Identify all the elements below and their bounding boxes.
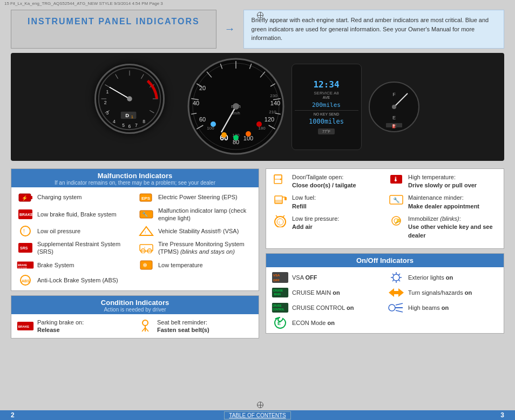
brake-sys-label: Brake System xyxy=(37,261,74,269)
svg-text:60: 60 xyxy=(199,116,205,123)
oil-icon: ! xyxy=(17,225,34,237)
arrow-icon: → xyxy=(225,10,235,49)
fuel-label: Low fuel:Refill xyxy=(292,194,316,211)
maintenance-label: Maintenance minder:Make dealer appointme… xyxy=(408,194,479,211)
service-high-temp: 🌡 High temperature:Drive slowly or pull … xyxy=(388,173,498,190)
malfunction-title: Malfunction Indicators xyxy=(16,172,254,180)
svg-text:🌡: 🌡 xyxy=(392,175,399,183)
svg-text:SYSTEM: SYSTEM xyxy=(18,266,26,269)
page-container: 15 Fit_Lx_Ka_eng_TRG_AQS52544_ATG_NEW ST… xyxy=(0,0,515,420)
high-beams-icon xyxy=(388,302,405,314)
low-temp-label: Low temperature xyxy=(158,261,203,269)
high-beams-label: High beams on xyxy=(408,304,449,311)
vsa-off-icon: VSAOFF xyxy=(272,272,289,283)
brake-fluid-icon: BRAKE xyxy=(17,208,34,220)
maintenance-icon: 🔧 xyxy=(388,194,405,206)
indicator-oil: ! Low oil pressure xyxy=(17,225,132,237)
svg-text:230: 230 xyxy=(270,93,277,98)
svg-rect-81 xyxy=(140,245,153,251)
turn-signals-label: Turn signals/hazards on xyxy=(408,289,472,296)
svg-text:210: 210 xyxy=(269,110,276,114)
onoff-title: On/Off Indicators xyxy=(270,256,499,265)
svg-text:ABS: ABS xyxy=(22,279,30,283)
high-temp-label: High temperature:Drive slowly or pull ov… xyxy=(408,173,477,190)
turn-signals-icon xyxy=(388,287,405,299)
onoff-turn-signals: Turn signals/hazards on xyxy=(388,287,498,299)
brake-sys-icon: BRAKESYSTEM xyxy=(17,259,34,271)
door-label: Door/Tailgate open:Close door(s) / tailg… xyxy=(292,173,356,190)
main-content: Malfunction Indicators If an indicator r… xyxy=(0,164,515,343)
fuel-gauge: F E ⛽ xyxy=(367,66,421,147)
indicator-brake-sys: BRAKESYSTEM Brake System xyxy=(17,259,132,271)
dashboard-area: 1 2 3 4 5 6 7 8 xyxy=(11,53,504,161)
seatbelt-icon xyxy=(137,320,154,332)
parking-brake-icon: BRAKE xyxy=(17,320,34,332)
svg-rect-104 xyxy=(284,197,287,200)
info-box: Briefly appear with each engine start. R… xyxy=(243,10,504,49)
svg-text:🔧: 🔧 xyxy=(393,197,400,204)
svg-text:CRUISE: CRUISE xyxy=(273,304,282,307)
svg-text:40: 40 xyxy=(192,100,199,106)
onoff-exterior: Exterior lights on xyxy=(388,272,498,283)
svg-line-123 xyxy=(398,274,400,275)
eps-icon: EPS xyxy=(138,192,155,204)
svg-line-136 xyxy=(396,310,403,312)
cruise-main-label: CRUISE MAIN on xyxy=(292,289,340,296)
charging-icon: ⚡ xyxy=(17,192,34,204)
svg-point-54 xyxy=(211,121,216,127)
svg-point-59 xyxy=(233,103,239,110)
onoff-content: VSAOFF VSA OFF Exterior lights on CRUISE… xyxy=(266,267,504,333)
indicator-vsa: ! Vehicle Stability Assist® (VSA) xyxy=(138,225,253,237)
header-area: INSTRUMENT PANEL INDICATORS → Briefly ap… xyxy=(0,0,515,53)
srs-label: Supplemental Restraint System (SRS) xyxy=(37,240,132,256)
svg-text:E: E xyxy=(392,115,395,120)
svg-rect-68 xyxy=(31,196,32,199)
econ-icon: E xyxy=(272,317,289,329)
condition-seatbelt: Seat belt reminder:Fasten seat belt(s) xyxy=(137,319,253,334)
exterior-lights-label: Exterior lights on xyxy=(408,274,453,281)
svg-text:⛽: ⛽ xyxy=(391,124,396,128)
condition-header: Condition Indicators Action is needed by… xyxy=(11,296,259,314)
cruise-control-label: CRUISE CONTROL on xyxy=(292,304,354,311)
condition-parking-brake: BRAKE Parking brake on:Release xyxy=(17,319,133,334)
bottom-bar: 2 TABLE OF CONTENTS 3 xyxy=(0,410,515,420)
brake-fluid-label: Low brake fluid, Brake system xyxy=(37,211,117,218)
onoff-cruise-main: CRUISEMAIN CRUISE MAIN on xyxy=(272,287,382,299)
charging-label: Charging system xyxy=(37,193,82,201)
svg-text:MAIN: MAIN xyxy=(274,294,281,296)
svg-point-133 xyxy=(389,304,395,311)
svg-text:4: 4 xyxy=(112,118,115,124)
service-row-3: ! Low tire pressure:Add air 🔑 Immob xyxy=(272,215,498,240)
svg-text:SRS: SRS xyxy=(20,246,28,250)
svg-text:VSA: VSA xyxy=(273,274,280,277)
right-panel: Door/Tailgate open:Close door(s) / tailg… xyxy=(266,168,504,339)
indicator-engine-lamp: 🔧 Malfunction indicator lamp (check engi… xyxy=(138,207,253,222)
svg-text:🔑: 🔑 xyxy=(395,218,401,225)
tire-pressure-icon: ! xyxy=(272,215,289,227)
onoff-high-beams: High beams on xyxy=(388,302,498,314)
speed-svg: 20 40 60 60 80 100 120 140 mph km/h 100 … xyxy=(186,57,286,157)
cruise-control-icon: CRUISECONTROL xyxy=(272,302,289,314)
svg-text:!: ! xyxy=(279,220,280,225)
toc-link[interactable]: TABLE OF CONTENTS xyxy=(224,411,290,419)
dashboard-inner: 1 2 3 4 5 6 7 8 xyxy=(11,53,504,161)
svg-text:EPS: EPS xyxy=(141,196,151,201)
svg-text:!: ! xyxy=(145,230,146,235)
crosshair-bottom xyxy=(257,402,263,408)
svg-text:!: ! xyxy=(144,246,145,250)
tpms-icon: ! xyxy=(138,242,155,254)
vsa-label: Vehicle Stability Assist® (VSA) xyxy=(158,227,239,235)
eps-label: Electric Power Steering (EPS) xyxy=(158,193,238,201)
toc-container[interactable]: TABLE OF CONTENTS xyxy=(224,411,290,419)
trip-display: 200miles xyxy=(312,101,341,109)
svg-text:E: E xyxy=(277,321,281,326)
tire-pressure-label: Low tire pressure:Add air xyxy=(292,215,339,232)
exterior-lights-icon xyxy=(388,272,405,283)
tach-svg: 1 2 3 4 5 6 7 8 xyxy=(96,64,163,134)
onoff-cruise-control: CRUISECONTROL CRUISE CONTROL on xyxy=(272,302,382,314)
immobilizer-label: Immobilizer (blinks):Use other vehicle k… xyxy=(408,215,498,240)
condition-content: BRAKE Parking brake on:Release Seat belt… xyxy=(11,314,259,338)
onoff-header: On/Off Indicators xyxy=(266,254,504,267)
crosshair-top xyxy=(257,12,263,18)
svg-text:D: D xyxy=(125,112,129,118)
